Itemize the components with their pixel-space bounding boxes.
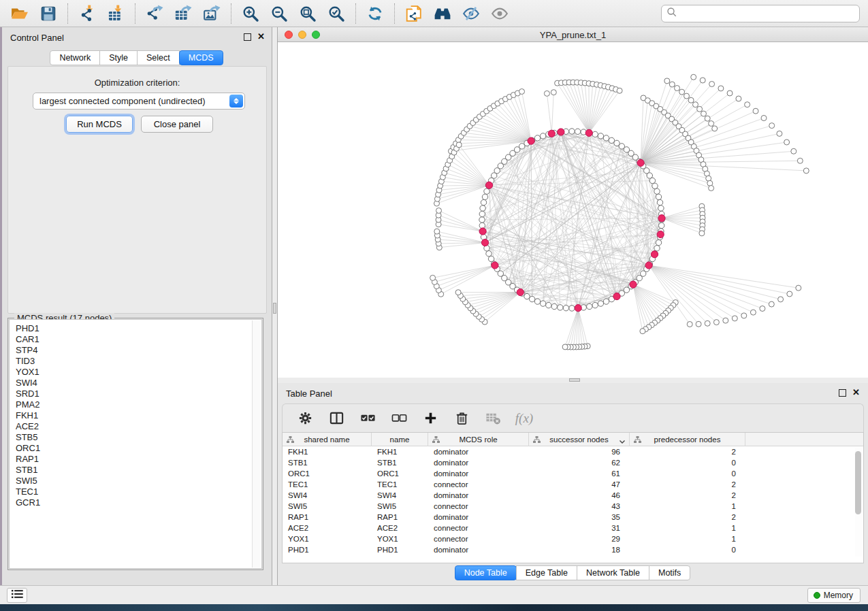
network-node[interactable] bbox=[484, 188, 489, 194]
zoom-out-icon[interactable] bbox=[269, 3, 289, 24]
mcds-result-item[interactable]: ACE2 bbox=[10, 421, 261, 432]
tab-select[interactable]: Select bbox=[137, 50, 180, 65]
network-node[interactable] bbox=[592, 302, 598, 308]
network-node[interactable] bbox=[652, 183, 658, 188]
close-panel-button[interactable]: Close panel bbox=[141, 116, 213, 133]
network-node[interactable] bbox=[613, 293, 620, 300]
network-node[interactable] bbox=[482, 194, 487, 199]
network-node[interactable] bbox=[569, 306, 575, 311]
cell[interactable]: STB1 bbox=[283, 457, 372, 468]
task-history-button[interactable] bbox=[7, 588, 27, 603]
gear-icon[interactable] bbox=[295, 408, 315, 429]
network-node[interactable] bbox=[485, 182, 492, 188]
mcds-list-scrollbar[interactable] bbox=[252, 320, 261, 567]
network-node[interactable] bbox=[434, 229, 440, 234]
cell[interactable]: RAP1 bbox=[372, 512, 428, 523]
network-node[interactable] bbox=[430, 275, 436, 280]
network-canvas[interactable] bbox=[278, 42, 868, 378]
mcds-result-item[interactable]: TEC1 bbox=[10, 486, 261, 497]
tab-style[interactable]: Style bbox=[99, 50, 138, 65]
network-node[interactable] bbox=[598, 301, 603, 306]
split-pane-icon[interactable] bbox=[326, 408, 347, 429]
table-row[interactable]: YOX1YOX1connector291 bbox=[283, 533, 863, 544]
tab-edge-table[interactable]: Edge Table bbox=[516, 565, 577, 580]
network-node[interactable] bbox=[486, 251, 492, 257]
tab-mcds[interactable]: MCDS bbox=[179, 50, 223, 65]
open-file-icon[interactable] bbox=[10, 3, 30, 24]
refresh-icon[interactable] bbox=[365, 3, 385, 24]
network-node[interactable] bbox=[603, 299, 609, 304]
network-node[interactable] bbox=[645, 262, 652, 269]
cell[interactable]: 1 bbox=[630, 523, 745, 533]
table-row[interactable]: SWI5SWI5connector431 bbox=[283, 501, 863, 512]
tab-motifs[interactable]: Motifs bbox=[649, 565, 690, 580]
network-node[interactable] bbox=[569, 129, 575, 134]
network-node[interactable] bbox=[675, 86, 680, 91]
network-node[interactable] bbox=[659, 222, 664, 228]
delete-column-icon[interactable] bbox=[451, 408, 472, 429]
search-input[interactable] bbox=[678, 7, 859, 20]
network-node[interactable] bbox=[479, 222, 485, 228]
network-node[interactable] bbox=[693, 102, 698, 108]
splitter-handle[interactable] bbox=[273, 303, 276, 314]
hide-selected-icon[interactable] bbox=[461, 3, 481, 24]
cell[interactable]: ORC1 bbox=[372, 468, 428, 479]
network-node[interactable] bbox=[705, 320, 710, 326]
cell[interactable]: 18 bbox=[529, 544, 630, 555]
cell[interactable]: dominator bbox=[428, 544, 529, 555]
network-node[interactable] bbox=[575, 129, 580, 134]
float-panel-icon[interactable] bbox=[839, 389, 846, 397]
network-node[interactable] bbox=[656, 240, 661, 245]
network-node[interactable] bbox=[481, 199, 486, 205]
cell[interactable]: 2 bbox=[630, 479, 745, 490]
network-node[interactable] bbox=[709, 121, 714, 127]
network-node[interactable] bbox=[551, 90, 556, 95]
cell[interactable]: YOX1 bbox=[283, 533, 372, 544]
cell[interactable]: connector bbox=[428, 479, 529, 490]
cell[interactable]: SWI4 bbox=[283, 490, 372, 501]
network-node[interactable] bbox=[630, 281, 637, 288]
network-node[interactable] bbox=[736, 96, 741, 101]
network-node[interactable] bbox=[551, 303, 557, 309]
run-mcds-button[interactable]: Run MCDS bbox=[66, 116, 133, 133]
network-node[interactable] bbox=[696, 321, 701, 327]
network-node[interactable] bbox=[691, 74, 696, 80]
cell[interactable]: ACE2 bbox=[283, 523, 372, 533]
save-icon[interactable] bbox=[38, 3, 59, 24]
search-box[interactable] bbox=[661, 5, 860, 22]
network-node[interactable] bbox=[658, 205, 664, 211]
show-all-icon[interactable] bbox=[489, 3, 510, 24]
mcds-result-item[interactable]: CAR1 bbox=[10, 334, 261, 345]
network-node[interactable] bbox=[732, 316, 737, 321]
cell[interactable]: dominator bbox=[428, 457, 529, 468]
cell[interactable]: 1 bbox=[630, 533, 745, 544]
network-node[interactable] bbox=[558, 305, 563, 310]
export-table-icon[interactable] bbox=[173, 3, 193, 24]
network-node[interactable] bbox=[697, 106, 703, 112]
network-node[interactable] bbox=[479, 211, 485, 216]
import-network-icon[interactable] bbox=[77, 3, 97, 24]
network-node[interactable] bbox=[534, 299, 540, 304]
column-header-successor-nodes[interactable]: successor nodes bbox=[529, 433, 630, 446]
network-node[interactable] bbox=[563, 306, 568, 311]
column-header-MCDS-role[interactable]: MCDS role bbox=[428, 433, 529, 446]
network-node[interactable] bbox=[480, 205, 485, 211]
zoom-in-icon[interactable] bbox=[240, 3, 261, 24]
add-column-icon[interactable] bbox=[420, 408, 440, 429]
table-row[interactable]: RAP1RAP1dominator352 bbox=[283, 512, 863, 523]
network-node[interactable] bbox=[718, 86, 724, 91]
network-node[interactable] bbox=[647, 173, 652, 178]
cell[interactable]: 2 bbox=[630, 490, 745, 501]
close-panel-icon[interactable]: ✕ bbox=[852, 388, 860, 397]
network-node[interactable] bbox=[548, 130, 555, 137]
cell[interactable]: 61 bbox=[529, 468, 630, 479]
table-row[interactable]: FKH1FKH1dominator962 bbox=[283, 446, 863, 457]
network-node[interactable] bbox=[534, 135, 540, 141]
network-node[interactable] bbox=[723, 318, 728, 323]
mcds-result-item[interactable]: STB1 bbox=[10, 465, 261, 476]
network-node[interactable] bbox=[654, 188, 660, 194]
cell[interactable]: dominator bbox=[428, 490, 529, 501]
cell[interactable]: SWI5 bbox=[283, 501, 372, 512]
mcds-result-item[interactable]: SWI5 bbox=[10, 476, 261, 486]
network-node[interactable] bbox=[707, 180, 713, 186]
